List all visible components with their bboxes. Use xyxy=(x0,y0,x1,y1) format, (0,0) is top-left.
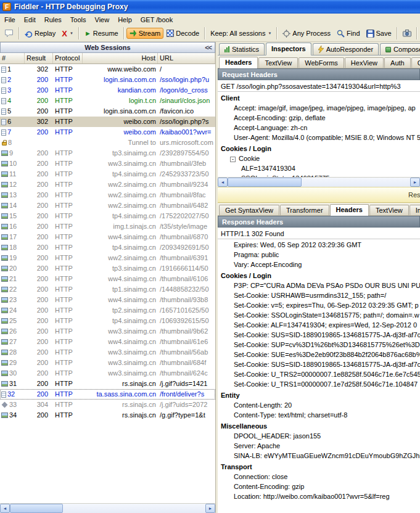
response-tab-get-syntaxview[interactable]: Get SyntaxView xyxy=(219,205,279,215)
menu-item-rules[interactable]: Rules xyxy=(40,15,66,25)
session-number-cell: 1 xyxy=(0,64,25,75)
session-row[interactable]: 15200HTTPtp4.sinaimg.cn/1752202027/50 xyxy=(0,211,215,221)
scroll-left-button[interactable]: ◄ xyxy=(218,178,228,187)
request-tab-auth[interactable]: Auth xyxy=(384,57,411,68)
any-process-button[interactable]: Any Process xyxy=(279,28,334,39)
column-header-result[interactable]: Result xyxy=(25,53,53,64)
session-row[interactable]: 5200HTTPlogin.sina.com.cn/favicon.ico xyxy=(0,106,215,117)
column-header-number[interactable]: # xyxy=(0,53,25,64)
session-row[interactable]: 21200HTTPww4.sinaimg.cn/thumbnail/6106 xyxy=(0,274,215,284)
menu-item-edit[interactable]: Edit xyxy=(20,15,40,25)
collapse-panel-button[interactable]: << xyxy=(205,44,212,51)
sessions-hscrollbar[interactable]: ◄ ► xyxy=(0,503,215,513)
tab-autoresponder[interactable]: AutoResponder xyxy=(313,43,379,55)
session-row[interactable]: 3200HTTPkandian.com/logon/do_cross xyxy=(0,85,215,96)
session-row[interactable]: 23200HTTPww4.sinaimg.cn/thumbnail/93b8 xyxy=(0,295,215,305)
request-tab-headers[interactable]: Headers xyxy=(219,57,258,68)
comment-button[interactable] xyxy=(1,27,17,39)
session-row[interactable]: 14200HTTPww2.sinaimg.cn/thumbnail/6482 xyxy=(0,200,215,211)
keep-sessions-dropdown[interactable]: Keep: All sessions ▼ xyxy=(207,28,274,39)
request-tab-textview[interactable]: TextView xyxy=(258,57,298,68)
find-button[interactable]: Find xyxy=(334,28,363,39)
session-number-cell: 5 xyxy=(0,106,25,117)
encoding-warning-bar[interactable]: Response is encoded and may need to be d… xyxy=(218,187,420,203)
session-row[interactable]: 16200HTTPimg.t.sinajs.cn/t35/style/image xyxy=(0,221,215,232)
stream-toggle-button[interactable]: Stream xyxy=(126,28,163,39)
request-headers-view[interactable]: GET /sso/login.php?ssosavestate=13474193… xyxy=(218,80,420,177)
title-bar[interactable]: F Fiddler - HTTP Debugging Proxy xyxy=(0,0,420,14)
session-row[interactable]: 24200HTTPtp2.sinaimg.cn/1657101625/50 xyxy=(0,305,215,316)
session-protocol: HTTP xyxy=(53,242,83,253)
response-tab-transformer[interactable]: Transformer xyxy=(280,205,329,215)
decode-toggle-button[interactable]: Decode xyxy=(163,28,202,39)
replay-button[interactable]: Replay xyxy=(22,28,59,39)
session-url: /thumbnail/93b8 xyxy=(158,295,215,305)
session-row[interactable]: 20200HTTPtp3.sinaimg.cn/1916666114/50 xyxy=(0,263,215,274)
response-header-text: Entity xyxy=(221,392,240,399)
session-row[interactable]: 6302HTTPweibo.com/sso/login.php?s xyxy=(0,117,215,127)
session-row[interactable]: 29200HTTPww3.sinaimg.cn/thumbnail/684f xyxy=(0,358,215,368)
session-row[interactable]: 27200HTTPww4.sinaimg.cn/thumbnail/61e6 xyxy=(0,337,215,347)
response-tab-headers[interactable]: Headers xyxy=(330,204,369,216)
request-tab-webforms[interactable]: WebForms xyxy=(299,57,344,68)
scroll-left-button[interactable]: ◄ xyxy=(0,504,10,513)
session-row[interactable]: 8Tunnel tours.microsoft.com xyxy=(0,137,215,148)
session-result: 302 xyxy=(25,117,53,127)
scroll-thumb[interactable] xyxy=(10,504,63,513)
session-row[interactable]: 33304HTTPrs.sinajs.cn/j.gif?uids=2072 xyxy=(0,400,215,410)
remove-sessions-button[interactable]: X ▼ xyxy=(59,28,76,39)
session-row[interactable]: 26200HTTPww3.sinaimg.cn/thumbnail/9b62 xyxy=(0,326,215,337)
session-row[interactable]: 1302HTTPwww.weibo.com/ xyxy=(0,64,215,75)
response-header-text: Set-Cookie: U_TRS1=00000007.1e7d258f.504… xyxy=(234,380,418,388)
tab-statistics[interactable]: Statistics xyxy=(219,43,265,55)
save-button[interactable]: Save xyxy=(363,28,395,39)
session-row[interactable]: 7200HTTPweibo.com/kaibao001?wvr= xyxy=(0,127,215,137)
session-protocol: HTTP xyxy=(53,379,83,389)
request-header-line: Accept-Language: zh-cn xyxy=(218,123,420,133)
session-row[interactable]: 12200HTTPww2.sinaimg.cn/thumbnail/9234 xyxy=(0,179,215,190)
session-row[interactable]: 25200HTTPtp4.sinaimg.cn/1069392615/50 xyxy=(0,316,215,326)
session-row[interactable]: 22200HTTPtp1.sinaimg.cn/1448858232/50 xyxy=(0,284,215,295)
scroll-right-button[interactable]: ► xyxy=(410,178,420,187)
request-hscrollbar[interactable]: ◄ ► xyxy=(218,177,420,187)
session-row[interactable]: 11200HTTPtp4.sinaimg.cn/2452933723/50 xyxy=(0,169,215,179)
session-row[interactable]: 34200HTTPrs.sinajs.cn/g.gif?type=1&t xyxy=(0,410,215,421)
session-row[interactable]: 4200HTTPlogin.t.cn/sinaurl/clos.json xyxy=(0,96,215,106)
response-headers-view[interactable]: HTTP/1.1 302 FoundExpires: Wed, 05 Sep 2… xyxy=(218,228,420,513)
session-row[interactable]: 10200HTTPww3.sinaimg.cn/thumbnail/3feb xyxy=(0,158,215,169)
request-tab-hexview[interactable]: HexView xyxy=(345,57,384,68)
request-header-text: User-Agent: Mozilla/4.0 (compatible; MSI… xyxy=(234,134,420,141)
resume-button[interactable]: ► Resume xyxy=(81,28,121,39)
session-row[interactable]: 2200HTTPlogin.sina.com.cn/sso/login.php?… xyxy=(0,75,215,85)
menu-item-tools[interactable]: Tools xyxy=(66,15,91,25)
session-row[interactable]: 19200HTTPww2.sinaimg.cn/thumbnail/6391 xyxy=(0,253,215,263)
session-row[interactable]: 18200HTTPtp4.sinaimg.cn/2093492691/50 xyxy=(0,242,215,253)
scroll-thumb[interactable] xyxy=(228,178,302,187)
tab-composer[interactable]: Composer xyxy=(380,43,420,55)
scroll-track[interactable] xyxy=(10,504,205,513)
session-row[interactable]: 9200HTTPtp3.sinaimg.cn/2392897554/50 xyxy=(0,148,215,158)
session-row[interactable]: 28200HTTPww3.sinaimg.cn/thumbnail/56ab xyxy=(0,347,215,358)
column-header-url[interactable]: URL xyxy=(158,53,215,64)
response-header-line: Content-Encoding: gzip xyxy=(218,482,420,491)
session-row[interactable]: 32200HTTPta.sass.sina.com.cn/front/deliv… xyxy=(0,389,215,400)
session-row[interactable]: 17200HTTPww4.sinaimg.cn/thumbnail/6870 xyxy=(0,232,215,242)
column-header-host[interactable]: Host xyxy=(83,53,158,64)
session-row[interactable]: 31200HTTPrs.sinajs.cn/j.gif?uids=1421 xyxy=(0,379,215,389)
scroll-track[interactable] xyxy=(228,178,410,187)
menu-item-get-book[interactable]: GET /book xyxy=(136,15,177,25)
session-row[interactable]: 30200HTTPww3.sinaimg.cn/thumbnail/624c xyxy=(0,368,215,379)
menu-item-help[interactable]: Help xyxy=(113,15,136,25)
menu-item-view[interactable]: View xyxy=(91,15,114,25)
session-number-cell: 26 xyxy=(0,326,25,337)
column-header-protocol[interactable]: Protocol xyxy=(53,53,83,64)
response-tab-textview[interactable]: TextView xyxy=(369,205,409,215)
collapse-toggle-icon[interactable]: - xyxy=(230,157,236,162)
session-row[interactable]: 13200HTTPww2.sinaimg.cn/thumbnail/8fac xyxy=(0,190,215,200)
tab-inspectors[interactable]: Inspectors xyxy=(266,43,311,55)
screenshot-button[interactable] xyxy=(400,28,414,39)
scroll-right-button[interactable]: ► xyxy=(205,504,215,513)
request-tab-cookies[interactable]: Cookies xyxy=(411,57,420,68)
response-tab-imageview[interactable]: ImageView xyxy=(410,205,420,215)
menu-item-file[interactable]: File xyxy=(0,15,20,25)
